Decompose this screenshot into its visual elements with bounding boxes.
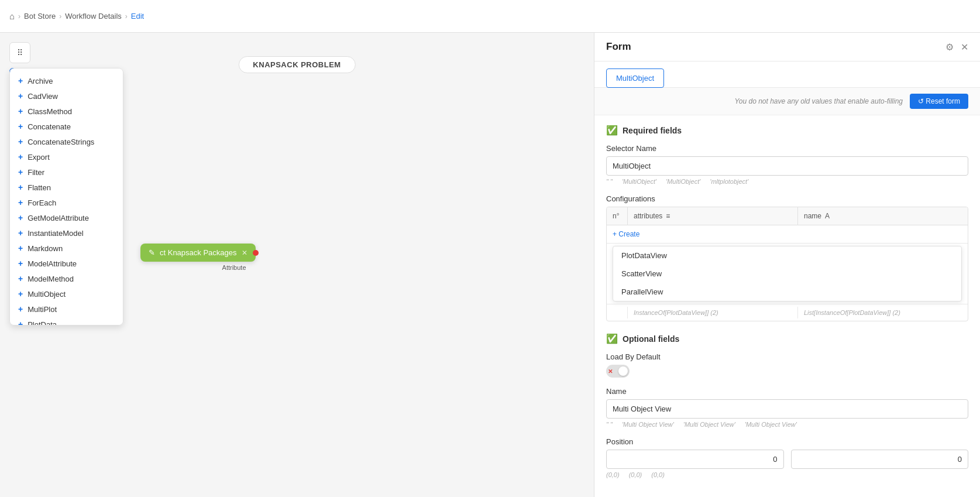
component-dropdown: +Archive+CadView+ClassMethod+Concatenate… xyxy=(9,68,123,325)
item-label: PlotData xyxy=(27,320,57,326)
pos-hint-1: (0,0) xyxy=(629,471,642,478)
plus-icon: + xyxy=(18,213,23,222)
panel-body: ✅ Required fields Selector Name " " 'Mul… xyxy=(594,115,980,497)
name-hint-3: 'Multi Object View' xyxy=(745,421,797,428)
position-x-input[interactable] xyxy=(606,450,784,469)
optional-section-icon: ✅ xyxy=(606,333,618,344)
dropdown-item[interactable]: +Export xyxy=(10,149,123,164)
item-label: Flatten xyxy=(27,183,51,192)
node-connector-dot xyxy=(253,250,259,256)
required-section-header: ✅ Required fields xyxy=(606,125,968,136)
dropdown-item[interactable]: +Flatten xyxy=(10,180,123,195)
toggle-thumb xyxy=(618,366,628,376)
dropdown-item[interactable]: +Filter xyxy=(10,164,123,180)
option-parallelview[interactable]: ParallelView xyxy=(613,283,961,301)
col-name: name A xyxy=(798,207,968,225)
item-label: InstantiateModel xyxy=(27,229,83,238)
reset-form-button[interactable]: ↺ Reset form xyxy=(910,94,968,109)
tab-multiobject[interactable]: MultiObject xyxy=(606,68,664,88)
right-panel: Form ⚙ ✕ MultiObject You do not have any… xyxy=(594,33,980,497)
name-hints: " " 'Multi Object View' 'Multi Object Vi… xyxy=(606,421,968,428)
dropdown-item[interactable]: +ModelMethod xyxy=(10,271,123,286)
position-label: Position xyxy=(606,437,968,446)
option-plotdataview[interactable]: PlotDataView xyxy=(613,246,961,265)
col-attrs: attributes ≡ xyxy=(628,207,798,225)
optional-section-header: ✅ Optional fields xyxy=(606,333,968,344)
close-icon[interactable]: ✕ xyxy=(961,42,968,53)
plus-icon: + xyxy=(18,152,23,162)
name-input[interactable] xyxy=(606,399,968,419)
item-label: Export xyxy=(27,153,50,162)
pos-hint-2: (0,0) xyxy=(651,471,665,478)
plus-icon: + xyxy=(18,244,23,253)
load-by-default-toggle[interactable]: ✕ xyxy=(606,365,630,378)
item-label: Concatenate xyxy=(27,122,71,131)
plus-icon: + xyxy=(18,198,23,207)
plus-icon: + xyxy=(18,289,23,299)
position-y-input[interactable] xyxy=(791,450,969,469)
dropdown-item[interactable]: +ConcatenateStrings xyxy=(10,134,123,149)
dropdown-item[interactable]: +Markdown xyxy=(10,241,123,256)
selector-name-label: Selector Name xyxy=(606,144,968,153)
plus-icon: + xyxy=(18,183,23,192)
node-attr-label: Attribute xyxy=(222,264,246,271)
plus-icon: + xyxy=(18,137,23,146)
name-hint-2: 'Multi Object View' xyxy=(683,421,735,428)
canvas-area[interactable]: KNAPSACK PROBLEM ⠿ ⊙ +Archive+CadView+Cl… xyxy=(0,33,594,497)
breadcrumb-botstore[interactable]: Bot Store xyxy=(24,12,56,20)
grid-button[interactable]: ⠿ xyxy=(9,42,30,63)
breadcrumb-edit[interactable]: Edit xyxy=(131,12,144,20)
settings-icon[interactable]: ⚙ xyxy=(945,42,954,53)
plus-icon: + xyxy=(18,259,23,268)
selector-name-input[interactable] xyxy=(606,156,968,176)
item-label: MultiObject xyxy=(27,290,66,299)
autofill-bar: You do not have any old values that enab… xyxy=(594,88,980,115)
dropdown-item[interactable]: +InstantiateModel xyxy=(10,225,123,241)
plus-icon: + xyxy=(18,107,23,116)
toggle-wrapper: ✕ xyxy=(606,365,968,378)
breadcrumb-workflow[interactable]: Workflow Details xyxy=(65,12,122,20)
dropdown-item[interactable]: +GetModelAttribute xyxy=(10,210,123,225)
position-row xyxy=(606,450,968,469)
dropdown-item[interactable]: +PlotData xyxy=(10,317,123,325)
item-label: Archive xyxy=(27,77,53,85)
node-card[interactable]: ✎ ct Knapsack Packages ✕ xyxy=(140,244,256,262)
item-label: GetModelAttribute xyxy=(27,214,89,222)
dropdown-item[interactable]: +Concatenate xyxy=(10,119,123,134)
item-label: ConcatenateStrings xyxy=(27,138,94,146)
config-table-header: n° attributes ≡ name A xyxy=(607,207,968,225)
node-label: ct Knapsack Packages xyxy=(160,248,237,257)
plus-icon: + xyxy=(18,167,23,177)
load-by-default-group: Load By Default ✕ xyxy=(606,352,968,378)
plus-icon: + xyxy=(18,274,23,283)
panel-icons: ⚙ ✕ xyxy=(945,42,968,53)
name-group: Name " " 'Multi Object View' 'Multi Obje… xyxy=(606,387,968,428)
plus-icon: + xyxy=(18,304,23,314)
dropdown-item[interactable]: +Archive xyxy=(10,73,123,88)
toggle-track[interactable]: ✕ xyxy=(606,365,630,378)
node-close-button[interactable]: ✕ xyxy=(242,249,247,257)
load-by-default-label: Load By Default xyxy=(606,352,968,361)
hint-3: 'mltplotobject' xyxy=(710,178,748,185)
create-row[interactable]: + Create xyxy=(607,225,968,244)
plus-icon: + xyxy=(18,122,23,131)
item-label: CadView xyxy=(27,92,58,101)
item-label: MultiPlot xyxy=(27,305,57,314)
name-label: Name xyxy=(606,387,968,396)
home-icon[interactable]: ⌂ xyxy=(9,11,15,21)
configurations-label: Configurations xyxy=(606,194,968,203)
dropdown-item[interactable]: +MultiObject xyxy=(10,286,123,301)
panel-title: Form xyxy=(606,41,631,53)
canvas-node[interactable]: ✎ ct Knapsack Packages ✕ Attribute xyxy=(140,244,256,262)
grid-icon: ⠿ xyxy=(17,48,23,57)
dropdown-item[interactable]: +MultiPlot xyxy=(10,301,123,317)
item-label: ClassMethod xyxy=(27,107,72,116)
dropdown-item[interactable]: +CadView xyxy=(10,88,123,104)
dropdown-item[interactable]: +ModelAttribute xyxy=(10,256,123,271)
item-label: ModelMethod xyxy=(27,275,74,283)
option-scatterview[interactable]: ScatterView xyxy=(613,265,961,283)
required-fields-section: ✅ Required fields Selector Name " " 'Mul… xyxy=(606,125,968,321)
dropdown-item[interactable]: +ForEach xyxy=(10,195,123,210)
item-label: ForEach xyxy=(27,198,56,207)
dropdown-item[interactable]: +ClassMethod xyxy=(10,104,123,119)
